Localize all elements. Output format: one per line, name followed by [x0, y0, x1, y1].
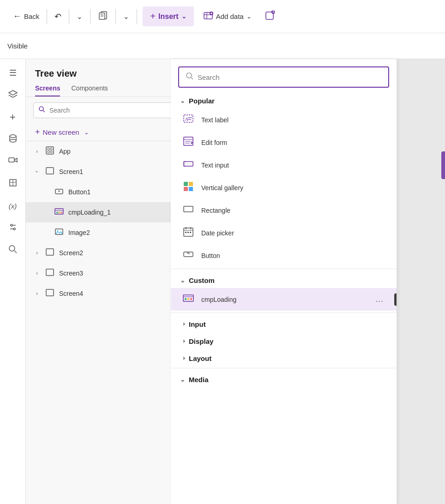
- tab-screens[interactable]: Screens: [35, 84, 60, 96]
- input-chevron-icon: ⌄: [179, 322, 186, 327]
- undo-dropdown-button[interactable]: ⌄: [71, 0, 88, 33]
- svg-rect-47: [46, 289, 54, 296]
- insert-search-box: [178, 66, 389, 88]
- tab-components[interactable]: Components: [71, 84, 108, 96]
- svg-rect-60: [184, 161, 186, 167]
- scroll-indicator[interactable]: [441, 151, 445, 179]
- popular-label: Popular: [189, 97, 215, 105]
- insert-item-text-input[interactable]: Text input: [171, 154, 397, 176]
- insert-item-date-picker[interactable]: Date picker: [171, 222, 397, 244]
- screen2-icon: [44, 247, 55, 258]
- new-screen-label: New screen: [43, 128, 79, 136]
- clipboard-icon: [98, 10, 108, 23]
- section-header-popular[interactable]: ⌄ Popular: [171, 91, 397, 108]
- toolbar-divider-4: [115, 9, 116, 24]
- section-header-input[interactable]: ⌄ Input: [171, 315, 397, 332]
- text-input-name: Text input: [201, 162, 385, 169]
- svg-rect-33: [50, 148, 52, 150]
- insert-button[interactable]: + Insert ⌄: [143, 6, 193, 26]
- section-header-media[interactable]: ⌄ Media: [171, 370, 397, 387]
- tree-search-input[interactable]: [49, 107, 184, 114]
- toolbar: ← Back ↶ ⌄ ⌄ + Insert ⌄: [0, 0, 445, 33]
- screen2-label: Screen2: [59, 249, 189, 257]
- search-icon: [8, 244, 18, 257]
- property-input[interactable]: Visible: [7, 42, 146, 50]
- svg-point-15: [10, 135, 16, 138]
- tree-search-box: [33, 102, 189, 118]
- sidebar-layers-button[interactable]: [3, 85, 23, 105]
- variables-icon: (x): [9, 202, 17, 210]
- cmploading-name: cmpLoading: [201, 296, 367, 303]
- insert-item-vertical-gallery[interactable]: Vertical gallery: [171, 176, 397, 199]
- svg-rect-62: [189, 182, 193, 186]
- app-icon: [44, 146, 55, 157]
- text-input-icon: [182, 158, 195, 172]
- sidebar-search-button[interactable]: [3, 240, 23, 260]
- insert-divider-1: [171, 269, 397, 269]
- svg-rect-35: [50, 151, 52, 153]
- screen2-chevron-icon: ›: [33, 250, 41, 256]
- toolbar-divider-3: [90, 9, 90, 24]
- text-label-icon: A: [182, 113, 195, 126]
- chevron-down-icon-2: ⌄: [123, 12, 129, 21]
- display-chevron-icon: ⌄: [179, 339, 186, 344]
- add-data-button[interactable]: Add data ⌄: [198, 0, 257, 33]
- screen4-label: Screen4: [59, 290, 189, 297]
- property-bar: Visible: [0, 33, 445, 59]
- insert-item-rectangle[interactable]: Rectangle: [171, 199, 397, 222]
- vertical-gallery-icon: [182, 181, 195, 194]
- rectangle-name: Rectangle: [201, 207, 385, 214]
- svg-rect-77: [187, 298, 189, 300]
- svg-line-49: [191, 78, 193, 79]
- insert-divider-2: [171, 312, 397, 313]
- display-label: Display: [189, 337, 213, 345]
- screen1-label: Screen1: [59, 168, 189, 175]
- section-header-display[interactable]: ⌄ Display: [171, 332, 397, 349]
- insert-search-wrapper: [171, 59, 397, 91]
- main-area: ☰ +: [0, 59, 445, 504]
- right-action-button[interactable]: [259, 0, 280, 33]
- add-data-label: Add data: [216, 12, 244, 20]
- svg-rect-61: [184, 182, 188, 186]
- insert-item-button[interactable]: Button: [171, 244, 397, 267]
- svg-point-24: [11, 224, 12, 226]
- plus-icon: +: [150, 11, 156, 22]
- paste-dropdown-button[interactable]: ⌄: [118, 0, 135, 33]
- back-button[interactable]: ← Back: [7, 0, 45, 33]
- svg-rect-31: [46, 147, 54, 154]
- svg-rect-41: [59, 212, 60, 213]
- section-header-layout[interactable]: ⌄ Layout: [171, 349, 397, 366]
- hamburger-icon: ☰: [9, 68, 17, 78]
- right-action-icon: [265, 11, 275, 22]
- section-header-custom[interactable]: ⌄ Custom: [171, 271, 397, 288]
- paste-button[interactable]: [92, 0, 114, 33]
- svg-point-26: [13, 228, 15, 230]
- sidebar-add-button[interactable]: +: [3, 107, 23, 127]
- insert-item-cmploading[interactable]: cmpLoading … cmpLoading: [171, 288, 397, 311]
- screen1-icon: [44, 166, 55, 177]
- screen4-icon: [44, 288, 55, 299]
- cmploading-tooltip: cmpLoading: [394, 293, 397, 306]
- svg-rect-76: [185, 298, 186, 300]
- sidebar-theme-button[interactable]: [3, 174, 23, 194]
- cmploading-more-button[interactable]: …: [373, 293, 385, 306]
- toolbar-divider-1: [47, 9, 47, 24]
- insert-label: Insert: [158, 12, 179, 21]
- svg-point-48: [186, 73, 192, 78]
- insert-item-edit-form[interactable]: Edit form: [171, 131, 397, 154]
- popular-chevron-icon: ⌄: [180, 97, 185, 104]
- sidebar-media-button[interactable]: [3, 151, 23, 172]
- svg-rect-71: [187, 232, 189, 233]
- insert-search-input[interactable]: [198, 73, 382, 81]
- sidebar-menu-button[interactable]: ☰: [3, 63, 23, 83]
- svg-marker-14: [9, 90, 17, 95]
- sidebar-settings-button[interactable]: [3, 218, 23, 238]
- undo-button[interactable]: ↶: [49, 0, 67, 33]
- svg-rect-46: [46, 269, 54, 276]
- insert-item-text-label[interactable]: A Text label: [171, 108, 397, 131]
- sidebar-data-button[interactable]: [3, 129, 23, 150]
- sidebar-variables-button[interactable]: (x): [3, 196, 23, 216]
- custom-label: Custom: [189, 276, 215, 284]
- media-label: Media: [189, 376, 209, 384]
- settings-icon: [8, 222, 18, 234]
